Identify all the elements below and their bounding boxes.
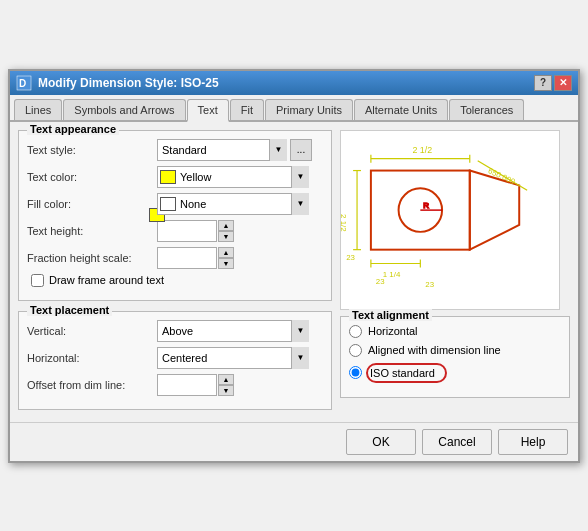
aligned-radio-label: Aligned with dimension line: [368, 344, 501, 356]
text-style-browse-btn[interactable]: ...: [290, 139, 312, 161]
text-color-dropdown-wrap: Yellow ▼: [157, 166, 309, 188]
horizontal-dropdown-wrap: Centered Left Right ▼: [157, 347, 309, 369]
offset-up-btn[interactable]: ▲: [218, 374, 234, 385]
text-placement-title: Text placement: [27, 304, 112, 316]
text-height-spinner: 2 1/2 ▲ ▼: [157, 220, 234, 242]
text-style-select[interactable]: Standard: [157, 139, 287, 161]
text-height-spinner-btns: ▲ ▼: [218, 220, 234, 242]
offset-spinner-btns: ▲ ▼: [218, 374, 234, 396]
vertical-row: Vertical: Above Centered Below ▼: [27, 320, 323, 342]
offset-row: Offset from dim line: 5/8 ▲ ▼: [27, 374, 323, 396]
right-panel: 2 1/2 2 1/2 1 1/4 650.000 23 23 23 R: [340, 130, 570, 414]
iso-radio-row: ISO standard: [349, 363, 561, 383]
horizontal-radio-row: Horizontal: [349, 325, 561, 338]
fraction-height-down-btn[interactable]: ▼: [218, 258, 234, 269]
text-appearance-group: Text appearance Text style: Standard ▼ .…: [18, 130, 332, 301]
title-bar-left: D Modify Dimension Style: ISO-25: [16, 75, 219, 91]
offset-input[interactable]: 5/8: [157, 374, 217, 396]
fraction-height-label: Fraction height scale:: [27, 252, 157, 264]
text-color-controls: Yellow ▼: [157, 166, 323, 188]
preview-svg: 2 1/2 2 1/2 1 1/4 650.000 23 23 23 R: [341, 131, 559, 309]
fill-color-label: Fill color:: [27, 198, 157, 210]
vertical-controls: Above Centered Below ▼: [157, 320, 323, 342]
text-style-controls: Standard ▼ ...: [157, 139, 323, 161]
text-appearance-title: Text appearance: [27, 123, 119, 135]
text-color-select[interactable]: Yellow: [157, 166, 309, 188]
fraction-height-row: Fraction height scale: 1 ▲ ▼: [27, 247, 323, 269]
help-button[interactable]: Help: [498, 429, 568, 455]
fraction-height-spinner: 1 ▲ ▼: [157, 247, 234, 269]
tab-content: Text appearance Text style: Standard ▼ .…: [10, 122, 578, 422]
window-title: Modify Dimension Style: ISO-25: [38, 76, 219, 90]
aligned-radio[interactable]: [349, 344, 362, 357]
offset-down-btn[interactable]: ▼: [218, 385, 234, 396]
close-btn[interactable]: ✕: [554, 75, 572, 91]
horizontal-radio[interactable]: [349, 325, 362, 338]
title-buttons: ? ✕: [534, 75, 572, 91]
fraction-height-up-btn[interactable]: ▲: [218, 247, 234, 258]
text-alignment-title: Text alignment: [349, 309, 432, 321]
vertical-select[interactable]: Above Centered Below: [157, 320, 309, 342]
text-style-row: Text style: Standard ▼ ...: [27, 139, 323, 161]
fill-color-controls: None ▼: [157, 193, 323, 215]
iso-radio-label: ISO standard: [370, 367, 435, 379]
tab-bar: Lines Symbols and Arrows Text Fit Primar…: [10, 95, 578, 122]
horizontal-label: Horizontal:: [27, 352, 157, 364]
fraction-height-spinner-btns: ▲ ▼: [218, 247, 234, 269]
text-style-dropdown-wrap: Standard ▼: [157, 139, 287, 161]
title-bar: D Modify Dimension Style: ISO-25 ? ✕: [10, 71, 578, 95]
help-titlebar-btn[interactable]: ?: [534, 75, 552, 91]
svg-text:23: 23: [346, 252, 355, 261]
horizontal-select[interactable]: Centered Left Right: [157, 347, 309, 369]
fill-color-dropdown-wrap: None ▼: [157, 193, 309, 215]
draw-frame-label: Draw frame around text: [49, 274, 164, 286]
text-height-up-btn[interactable]: ▲: [218, 220, 234, 231]
offset-label: Offset from dim line:: [27, 379, 157, 391]
tab-fit[interactable]: Fit: [230, 99, 264, 120]
left-panel: Text appearance Text style: Standard ▼ .…: [18, 130, 332, 414]
tab-lines[interactable]: Lines: [14, 99, 62, 120]
svg-rect-2: [341, 131, 559, 309]
iso-oval: ISO standard: [366, 363, 447, 383]
bottom-bar: OK Cancel Help: [10, 422, 578, 461]
svg-text:R: R: [423, 201, 429, 210]
svg-text:2 1/2: 2 1/2: [412, 144, 432, 154]
horizontal-radio-label: Horizontal: [368, 325, 418, 337]
fraction-height-controls: 1 ▲ ▼: [157, 247, 323, 269]
text-style-label: Text style:: [27, 144, 157, 156]
tab-primary-units[interactable]: Primary Units: [265, 99, 353, 120]
vertical-label: Vertical:: [27, 325, 157, 337]
app-icon: D: [16, 75, 32, 91]
text-height-label: Text height:: [27, 225, 157, 237]
svg-text:23: 23: [376, 277, 385, 286]
text-placement-group: Text placement Vertical: Above Centered …: [18, 311, 332, 410]
fill-color-row: Fill color: None ▼: [27, 193, 323, 215]
draw-frame-row: Draw frame around text: [27, 274, 323, 287]
main-window: D Modify Dimension Style: ISO-25 ? ✕ Lin…: [8, 69, 580, 463]
offset-controls: 5/8 ▲ ▼: [157, 374, 323, 396]
text-height-input[interactable]: 2 1/2: [157, 220, 217, 242]
horizontal-controls: Centered Left Right ▼: [157, 347, 323, 369]
tab-text[interactable]: Text: [187, 99, 229, 122]
tab-alternate-units[interactable]: Alternate Units: [354, 99, 448, 120]
svg-text:1 1/4: 1 1/4: [383, 270, 401, 279]
text-alignment-group: Text alignment Horizontal Aligned with d…: [340, 316, 570, 398]
text-height-row: Text height: 2 1/2 ▲ ▼: [27, 220, 323, 242]
fraction-height-input[interactable]: 1: [157, 247, 217, 269]
horizontal-row: Horizontal: Centered Left Right ▼: [27, 347, 323, 369]
fill-color-select[interactable]: None: [157, 193, 309, 215]
svg-text:23: 23: [425, 280, 434, 289]
text-height-down-btn[interactable]: ▼: [218, 231, 234, 242]
draw-frame-checkbox[interactable]: [31, 274, 44, 287]
ok-button[interactable]: OK: [346, 429, 416, 455]
cancel-button[interactable]: Cancel: [422, 429, 492, 455]
text-color-row: Text color: Yellow ▼: [27, 166, 323, 188]
tab-tolerances[interactable]: Tolerances: [449, 99, 524, 120]
iso-radio[interactable]: [349, 366, 362, 379]
svg-text:2 1/2: 2 1/2: [341, 214, 348, 232]
tab-symbols[interactable]: Symbols and Arrows: [63, 99, 185, 120]
text-height-controls: 2 1/2 ▲ ▼: [157, 220, 323, 242]
offset-spinner: 5/8 ▲ ▼: [157, 374, 234, 396]
text-color-label: Text color:: [27, 171, 157, 183]
svg-text:D: D: [19, 78, 26, 89]
